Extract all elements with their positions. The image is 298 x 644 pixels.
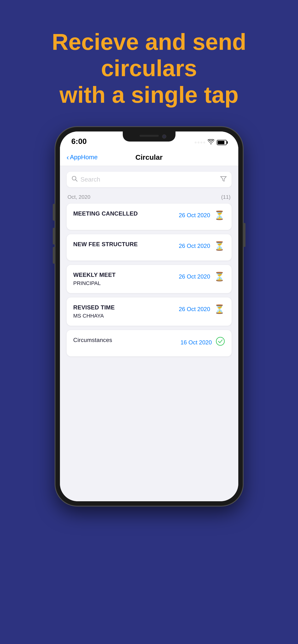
card-content: Circumstances — [73, 337, 180, 345]
phone-frame: 6:00 — [56, 127, 243, 506]
card-content: NEW FEE STRUCTURE — [73, 241, 179, 250]
hourglass-icon: ⏳ — [214, 241, 225, 251]
circular-card[interactable]: MEETING CANCELLED 26 Oct 2020 ⏳ — [67, 204, 232, 230]
card-date: 26 Oct 2020 — [179, 212, 210, 219]
card-right: 26 Oct 2020 ⏳ — [179, 304, 225, 314]
card-date: 26 Oct 2020 — [179, 242, 210, 249]
hero-title-line2: with a single tap — [60, 82, 238, 108]
card-date: 26 Oct 2020 — [179, 273, 210, 280]
card-content: MEETING CANCELLED — [73, 210, 179, 219]
hourglass-icon: ⏳ — [214, 304, 225, 314]
hero-title: Recieve and send circulars with a single… — [0, 29, 298, 108]
search-icon — [72, 176, 78, 184]
card-right: 26 Oct 2020 ⏳ — [179, 241, 225, 251]
notch-camera — [162, 134, 166, 139]
phone-wrapper: 6:00 — [0, 127, 298, 506]
status-time: 6:00 — [72, 137, 87, 146]
notch-speaker — [140, 135, 159, 137]
hero-section: Recieve and send circulars with a single… — [0, 0, 298, 122]
section-header: Oct, 2020 (11) — [67, 192, 232, 204]
card-title: WEEKLY MEET — [73, 272, 179, 278]
status-icons — [195, 139, 227, 146]
card-subtitle: MS CHHAYA — [73, 313, 179, 319]
signal-icon — [195, 142, 205, 144]
content-area: Search Oct, 2020 (11) MEETING CANCELLE — [60, 166, 238, 501]
card-subtitle: PRINCIPAL — [73, 280, 179, 286]
card-date: 16 Oct 2020 — [180, 339, 212, 346]
card-content: REVISED TIME MS CHHAYA — [73, 304, 179, 319]
svg-point-3 — [216, 337, 224, 345]
nav-bar: ‹ AppHome Circular — [60, 149, 238, 166]
hero-title-line1: Recieve and send circulars — [52, 29, 246, 81]
battery-icon — [217, 140, 227, 145]
card-title: Circumstances — [73, 337, 180, 344]
check-circle-icon — [216, 337, 225, 348]
nav-back-label: AppHome — [70, 154, 98, 161]
search-placeholder: Search — [81, 176, 220, 183]
hourglass-icon: ⏳ — [214, 210, 225, 220]
nav-back-button[interactable]: ‹ AppHome — [67, 153, 98, 162]
wifi-icon — [208, 139, 214, 146]
nav-title: Circular — [135, 153, 163, 162]
circular-card[interactable]: REVISED TIME MS CHHAYA 26 Oct 2020 ⏳ — [67, 298, 232, 326]
hourglass-icon: ⏳ — [214, 272, 225, 282]
svg-line-1 — [76, 180, 77, 181]
phone-screen: 6:00 — [60, 132, 238, 501]
card-title: REVISED TIME — [73, 304, 179, 311]
search-bar[interactable]: Search — [67, 172, 232, 187]
card-right: 26 Oct 2020 ⏳ — [179, 272, 225, 282]
card-date: 26 Oct 2020 — [179, 306, 210, 312]
card-title: NEW FEE STRUCTURE — [73, 241, 179, 248]
section-date: Oct, 2020 — [68, 194, 90, 200]
card-title: MEETING CANCELLED — [73, 210, 179, 217]
filter-icon[interactable] — [220, 176, 227, 184]
notch — [123, 132, 175, 142]
chevron-left-icon: ‹ — [67, 153, 69, 162]
circular-card[interactable]: NEW FEE STRUCTURE 26 Oct 2020 ⏳ — [67, 234, 232, 260]
circular-card[interactable]: WEEKLY MEET PRINCIPAL 26 Oct 2020 ⏳ — [67, 265, 232, 293]
section-count: (11) — [221, 194, 230, 200]
card-right: 16 Oct 2020 — [180, 337, 225, 348]
card-right: 26 Oct 2020 ⏳ — [179, 210, 225, 220]
svg-marker-2 — [221, 176, 226, 181]
card-content: WEEKLY MEET PRINCIPAL — [73, 272, 179, 286]
circular-card[interactable]: Circumstances 16 Oct 2020 — [67, 330, 232, 356]
